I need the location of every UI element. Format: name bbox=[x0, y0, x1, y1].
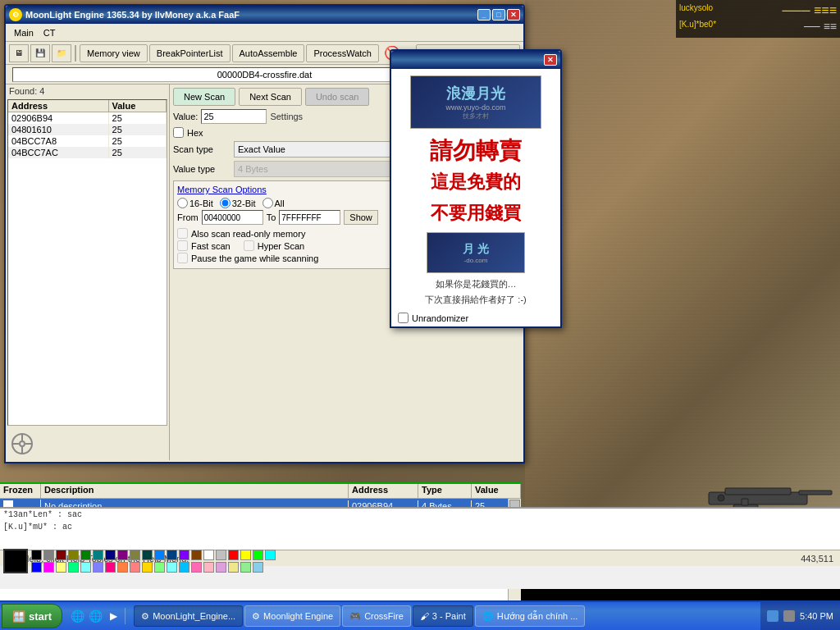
value-cell: 25 bbox=[108, 147, 166, 158]
toolbar-icon-group: 🖥 💾 📁 bbox=[9, 44, 71, 62]
color-swatch[interactable] bbox=[93, 550, 103, 560]
paint-canvas[interactable]: *13an*Len* : sac [K.u]*mU* : ac bbox=[0, 509, 840, 550]
break-pointer-list-button[interactable]: BreakPointerList bbox=[149, 44, 231, 62]
color-swatch[interactable] bbox=[43, 562, 54, 573]
address-table: Address Value 02906B9425048016102504BCC7… bbox=[7, 99, 167, 426]
color-palette bbox=[0, 548, 276, 574]
radio-all-label: All bbox=[275, 199, 285, 208]
color-swatch[interactable] bbox=[253, 550, 263, 560]
taskbar-moonlight-engine[interactable]: ⚙ MoonLight_Engine... bbox=[134, 605, 243, 627]
color-swatch[interactable] bbox=[80, 562, 91, 573]
color-swatch[interactable] bbox=[167, 550, 177, 560]
col-type-header: Type bbox=[418, 484, 472, 498]
color-swatch[interactable] bbox=[56, 562, 66, 573]
toolbar-icon-btn-1[interactable]: 🖥 bbox=[9, 44, 29, 62]
ad-close-button[interactable]: ✕ bbox=[544, 54, 557, 66]
toolbar-icon-btn-3[interactable]: 📁 bbox=[52, 44, 71, 62]
ql-ie-icon[interactable]: 🌐 bbox=[69, 608, 85, 624]
taskbar-guide[interactable]: 🌐 Hướng dẫn chính ... bbox=[475, 605, 586, 627]
color-swatch[interactable] bbox=[43, 550, 54, 560]
color-swatch[interactable] bbox=[142, 550, 153, 560]
radio-all-input[interactable] bbox=[262, 198, 273, 208]
color-swatch[interactable] bbox=[179, 550, 189, 560]
color-swatch[interactable] bbox=[31, 550, 42, 560]
ql-ie2-icon[interactable]: 🌐 bbox=[87, 608, 103, 624]
color-swatch[interactable] bbox=[191, 550, 202, 560]
color-swatch[interactable] bbox=[56, 550, 66, 560]
address-row[interactable]: 02906B9425 bbox=[8, 112, 167, 125]
unrandomizer-checkbox[interactable] bbox=[398, 313, 409, 323]
radio-16bit-input[interactable] bbox=[177, 198, 188, 208]
also-scan-readonly-checkbox[interactable] bbox=[177, 228, 188, 239]
taskbar-paint[interactable]: 🖌 3 - Paint bbox=[413, 605, 473, 627]
color-swatch[interactable] bbox=[240, 562, 251, 573]
color-swatch[interactable] bbox=[105, 550, 116, 560]
color-swatch[interactable] bbox=[216, 550, 226, 560]
color-swatch[interactable] bbox=[203, 562, 214, 573]
from-input[interactable] bbox=[202, 210, 263, 225]
color-swatch[interactable] bbox=[216, 562, 226, 573]
value-label: Value: bbox=[173, 112, 198, 121]
color-swatch[interactable] bbox=[68, 550, 79, 560]
start-button[interactable]: 🪟 start bbox=[2, 604, 62, 628]
taskbar-item-label: 3 - Paint bbox=[432, 611, 466, 621]
ad-desc-text: 如果你是花錢買的… bbox=[398, 278, 554, 290]
color-swatch[interactable] bbox=[68, 562, 79, 573]
color-swatch[interactable] bbox=[154, 562, 165, 573]
taskbar-item-label: CrossFire bbox=[364, 611, 404, 621]
undo-scan-button[interactable]: Undo scan bbox=[305, 88, 370, 106]
color-swatch[interactable] bbox=[228, 550, 239, 560]
color-swatch[interactable] bbox=[265, 550, 276, 560]
close-button[interactable]: ✕ bbox=[507, 9, 520, 21]
hyper-scan-checkbox[interactable] bbox=[244, 240, 254, 251]
color-swatch[interactable] bbox=[117, 550, 128, 560]
memory-view-button[interactable]: Memory view bbox=[80, 44, 148, 62]
menu-main[interactable]: Main bbox=[9, 26, 39, 39]
color-swatch[interactable] bbox=[154, 550, 165, 560]
taskbar-moonlight[interactable]: ⚙ Moonlight Engine bbox=[244, 605, 340, 627]
minimize-button[interactable]: _ bbox=[477, 9, 491, 21]
fast-scan-checkbox[interactable] bbox=[177, 240, 188, 251]
color-swatch[interactable] bbox=[228, 562, 239, 573]
address-row[interactable]: 0480161025 bbox=[8, 124, 167, 135]
process-watch-button[interactable]: ProcessWatch bbox=[306, 44, 379, 62]
color-swatch[interactable] bbox=[105, 562, 116, 573]
address-row[interactable]: 04BCC7AC25 bbox=[8, 147, 167, 158]
color-swatch[interactable] bbox=[80, 550, 91, 560]
taskbar-crossfire[interactable]: 🎮 CrossFire bbox=[342, 605, 411, 627]
address-cell: 02906B94 bbox=[8, 112, 108, 125]
unrandomizer-label: Unrandomizer bbox=[412, 313, 468, 323]
maximize-button[interactable]: □ bbox=[492, 9, 505, 21]
show-button[interactable]: Show bbox=[344, 210, 378, 225]
menu-ct[interactable]: CT bbox=[39, 26, 61, 39]
color-swatch[interactable] bbox=[167, 562, 177, 573]
color-swatch[interactable] bbox=[191, 562, 202, 573]
color-swatch[interactable] bbox=[130, 550, 140, 560]
color-swatch[interactable] bbox=[203, 550, 214, 560]
toolbar-icon-btn-2[interactable]: 💾 bbox=[30, 44, 50, 62]
radio-32bit-input[interactable] bbox=[220, 198, 231, 208]
address-row[interactable]: 04BCC7A825 bbox=[8, 135, 167, 147]
color-swatch[interactable] bbox=[179, 562, 189, 573]
color-swatch[interactable] bbox=[142, 562, 153, 573]
color-swatch[interactable] bbox=[253, 562, 263, 573]
ql-arrow-icon[interactable]: ▶ bbox=[105, 608, 121, 624]
new-scan-button[interactable]: New Scan bbox=[173, 88, 235, 106]
value-cell: 25 bbox=[108, 112, 166, 125]
value-input[interactable] bbox=[201, 109, 267, 124]
hex-checkbox[interactable] bbox=[173, 127, 184, 138]
pause-game-checkbox[interactable] bbox=[177, 253, 188, 263]
color-swatch[interactable] bbox=[31, 562, 42, 573]
to-input[interactable] bbox=[279, 210, 340, 225]
tray-icon-volume bbox=[783, 610, 795, 622]
color-swatch[interactable] bbox=[130, 562, 140, 573]
color-swatch[interactable] bbox=[240, 550, 251, 560]
auto-assemble-button[interactable]: AutoAssemble bbox=[232, 44, 305, 62]
radio-all: All bbox=[262, 198, 285, 208]
color-swatch[interactable] bbox=[93, 562, 103, 573]
col-value-header: Value bbox=[472, 484, 521, 498]
next-scan-button[interactable]: Next Scan bbox=[239, 88, 302, 106]
tray-icon-network bbox=[767, 610, 778, 622]
color-swatch[interactable] bbox=[117, 562, 128, 573]
crosshair-icon[interactable] bbox=[9, 431, 35, 457]
